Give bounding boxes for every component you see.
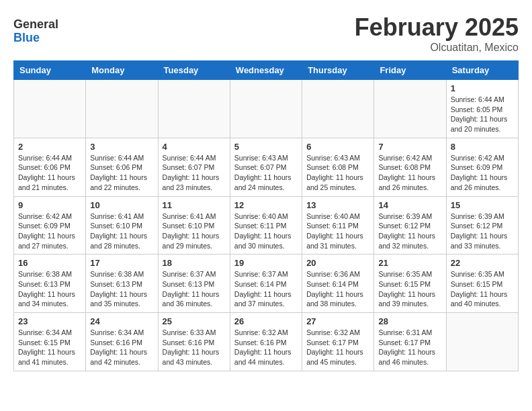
- month-year-title: February 2025: [355, 13, 519, 42]
- day-number: 26: [234, 316, 298, 326]
- day-number: 14: [378, 200, 441, 210]
- day-number: 8: [451, 142, 514, 152]
- title-block: February 2025 Olcuatitan, Mexico: [355, 13, 519, 54]
- day-number: 18: [163, 258, 226, 268]
- day-info: Sunrise: 6:35 AM Sunset: 6:15 PM Dayligh…: [378, 269, 441, 309]
- day-number: 4: [163, 142, 226, 152]
- calendar-cell: 26Sunrise: 6:32 AM Sunset: 6:16 PM Dayli…: [230, 313, 302, 371]
- column-header-saturday: Saturday: [446, 61, 518, 80]
- calendar-cell: [230, 80, 302, 138]
- column-header-tuesday: Tuesday: [158, 61, 230, 80]
- day-number: 22: [451, 258, 514, 268]
- day-info: Sunrise: 6:40 AM Sunset: 6:11 PM Dayligh…: [306, 212, 369, 251]
- calendar-cell: 1Sunrise: 6:44 AM Sunset: 6:05 PM Daylig…: [446, 80, 518, 138]
- calendar-cell: 11Sunrise: 6:41 AM Sunset: 6:10 PM Dayli…: [158, 196, 230, 255]
- day-number: 19: [234, 258, 298, 268]
- day-info: Sunrise: 6:41 AM Sunset: 6:10 PM Dayligh…: [163, 212, 226, 251]
- calendar-cell: [302, 80, 374, 138]
- calendar-cell: [374, 80, 446, 138]
- day-info: Sunrise: 6:35 AM Sunset: 6:15 PM Dayligh…: [451, 269, 514, 309]
- calendar-cell: 6Sunrise: 6:43 AM Sunset: 6:08 PM Daylig…: [302, 138, 374, 196]
- column-header-thursday: Thursday: [302, 61, 374, 80]
- day-info: Sunrise: 6:44 AM Sunset: 6:06 PM Dayligh…: [18, 153, 81, 193]
- page-header: General Blue February 2025 Olcuatitan, M…: [13, 13, 519, 54]
- day-number: 5: [234, 142, 298, 152]
- calendar-cell: 12Sunrise: 6:40 AM Sunset: 6:11 PM Dayli…: [230, 196, 302, 255]
- calendar-cell: 21Sunrise: 6:35 AM Sunset: 6:15 PM Dayli…: [374, 255, 446, 313]
- day-info: Sunrise: 6:42 AM Sunset: 6:08 PM Dayligh…: [378, 153, 441, 193]
- day-info: Sunrise: 6:31 AM Sunset: 6:17 PM Dayligh…: [378, 328, 441, 367]
- day-number: 10: [90, 200, 153, 210]
- calendar-cell: [446, 313, 518, 371]
- location-subtitle: Olcuatitan, Mexico: [355, 42, 519, 54]
- day-info: Sunrise: 6:39 AM Sunset: 6:12 PM Dayligh…: [378, 212, 441, 251]
- calendar-cell: 8Sunrise: 6:42 AM Sunset: 6:09 PM Daylig…: [446, 138, 518, 196]
- day-number: 27: [306, 316, 369, 326]
- svg-text:Blue: Blue: [13, 31, 40, 44]
- calendar-week-5: 23Sunrise: 6:34 AM Sunset: 6:15 PM Dayli…: [14, 313, 519, 371]
- day-number: 12: [234, 200, 298, 210]
- calendar-week-3: 9Sunrise: 6:42 AM Sunset: 6:09 PM Daylig…: [14, 196, 519, 255]
- logo: General Blue: [13, 13, 87, 50]
- day-number: 6: [306, 142, 369, 152]
- calendar-cell: 4Sunrise: 6:44 AM Sunset: 6:07 PM Daylig…: [158, 138, 230, 196]
- column-header-wednesday: Wednesday: [230, 61, 302, 80]
- day-number: 25: [163, 316, 226, 326]
- day-number: 13: [306, 200, 369, 210]
- calendar-cell: 23Sunrise: 6:34 AM Sunset: 6:15 PM Dayli…: [14, 313, 86, 371]
- calendar-cell: 2Sunrise: 6:44 AM Sunset: 6:06 PM Daylig…: [14, 138, 86, 196]
- day-info: Sunrise: 6:33 AM Sunset: 6:16 PM Dayligh…: [163, 328, 226, 367]
- day-number: 16: [18, 258, 81, 268]
- calendar-cell: 22Sunrise: 6:35 AM Sunset: 6:15 PM Dayli…: [446, 255, 518, 313]
- calendar-cell: 15Sunrise: 6:39 AM Sunset: 6:12 PM Dayli…: [446, 196, 518, 255]
- calendar-cell: [86, 80, 158, 138]
- day-info: Sunrise: 6:44 AM Sunset: 6:06 PM Dayligh…: [90, 153, 153, 193]
- logo-icon: General Blue: [13, 13, 87, 47]
- day-info: Sunrise: 6:37 AM Sunset: 6:13 PM Dayligh…: [163, 269, 226, 309]
- day-number: 3: [90, 142, 153, 152]
- calendar-cell: 16Sunrise: 6:38 AM Sunset: 6:13 PM Dayli…: [14, 255, 86, 313]
- day-info: Sunrise: 6:39 AM Sunset: 6:12 PM Dayligh…: [451, 212, 514, 251]
- calendar-cell: 3Sunrise: 6:44 AM Sunset: 6:06 PM Daylig…: [86, 138, 158, 196]
- calendar-table: SundayMondayTuesdayWednesdayThursdayFrid…: [13, 60, 519, 371]
- day-number: 7: [378, 142, 441, 152]
- day-number: 20: [306, 258, 369, 268]
- calendar-week-1: 1Sunrise: 6:44 AM Sunset: 6:05 PM Daylig…: [14, 80, 519, 138]
- day-info: Sunrise: 6:38 AM Sunset: 6:13 PM Dayligh…: [90, 269, 153, 309]
- calendar-cell: 14Sunrise: 6:39 AM Sunset: 6:12 PM Dayli…: [374, 196, 446, 255]
- day-info: Sunrise: 6:43 AM Sunset: 6:07 PM Dayligh…: [234, 153, 298, 193]
- calendar-cell: [158, 80, 230, 138]
- calendar-cell: [14, 80, 86, 138]
- day-number: 15: [451, 200, 514, 210]
- day-info: Sunrise: 6:44 AM Sunset: 6:07 PM Dayligh…: [163, 153, 226, 193]
- day-info: Sunrise: 6:34 AM Sunset: 6:16 PM Dayligh…: [90, 328, 153, 367]
- calendar-cell: 10Sunrise: 6:41 AM Sunset: 6:10 PM Dayli…: [86, 196, 158, 255]
- svg-marker-1: [76, 15, 86, 19]
- column-header-friday: Friday: [374, 61, 446, 80]
- day-number: 21: [378, 258, 441, 268]
- day-number: 9: [18, 200, 81, 210]
- day-info: Sunrise: 6:44 AM Sunset: 6:05 PM Dayligh…: [451, 95, 514, 134]
- day-info: Sunrise: 6:34 AM Sunset: 6:15 PM Dayligh…: [18, 328, 81, 367]
- day-number: 28: [378, 316, 441, 326]
- day-info: Sunrise: 6:42 AM Sunset: 6:09 PM Dayligh…: [18, 212, 81, 251]
- day-info: Sunrise: 6:41 AM Sunset: 6:10 PM Dayligh…: [90, 212, 153, 251]
- day-info: Sunrise: 6:37 AM Sunset: 6:14 PM Dayligh…: [234, 269, 298, 309]
- calendar-cell: 13Sunrise: 6:40 AM Sunset: 6:11 PM Dayli…: [302, 196, 374, 255]
- calendar-header-row: SundayMondayTuesdayWednesdayThursdayFrid…: [14, 61, 519, 80]
- day-info: Sunrise: 6:32 AM Sunset: 6:16 PM Dayligh…: [234, 328, 298, 367]
- calendar-week-2: 2Sunrise: 6:44 AM Sunset: 6:06 PM Daylig…: [14, 138, 519, 196]
- logo-text: General Blue: [13, 13, 87, 50]
- column-header-sunday: Sunday: [14, 61, 86, 80]
- day-number: 17: [90, 258, 153, 268]
- day-info: Sunrise: 6:42 AM Sunset: 6:09 PM Dayligh…: [451, 153, 514, 193]
- calendar-week-4: 16Sunrise: 6:38 AM Sunset: 6:13 PM Dayli…: [14, 255, 519, 313]
- day-number: 11: [163, 200, 226, 210]
- day-info: Sunrise: 6:40 AM Sunset: 6:11 PM Dayligh…: [234, 212, 298, 251]
- calendar-cell: 20Sunrise: 6:36 AM Sunset: 6:14 PM Dayli…: [302, 255, 374, 313]
- calendar-cell: 25Sunrise: 6:33 AM Sunset: 6:16 PM Dayli…: [158, 313, 230, 371]
- day-info: Sunrise: 6:32 AM Sunset: 6:17 PM Dayligh…: [306, 328, 369, 367]
- calendar-cell: 28Sunrise: 6:31 AM Sunset: 6:17 PM Dayli…: [374, 313, 446, 371]
- calendar-cell: 27Sunrise: 6:32 AM Sunset: 6:17 PM Dayli…: [302, 313, 374, 371]
- svg-text:General: General: [13, 17, 58, 31]
